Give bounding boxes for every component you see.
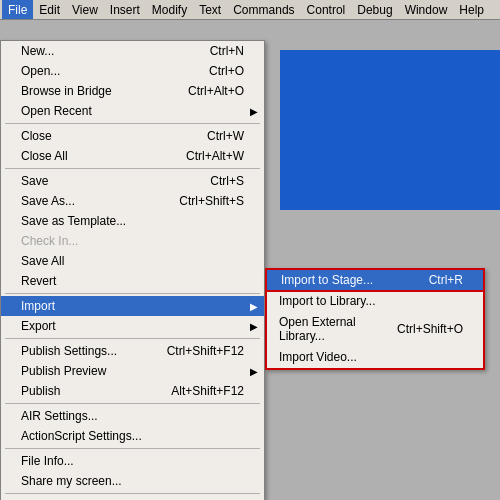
menubar-debug[interactable]: Debug (351, 0, 398, 19)
menu-item-publish[interactable]: Publish Alt+Shift+F12 (1, 381, 264, 401)
menu-item-air-settings[interactable]: AIR Settings... (1, 406, 264, 426)
arrow-export-icon: ▶ (250, 321, 258, 332)
menu-item-close-all[interactable]: Close All Ctrl+Alt+W (1, 146, 264, 166)
separator-5 (5, 403, 260, 404)
menubar-modify[interactable]: Modify (146, 0, 193, 19)
menubar-control[interactable]: Control (301, 0, 352, 19)
menubar-text[interactable]: Text (193, 0, 227, 19)
separator-1 (5, 123, 260, 124)
import-submenu: Import to Stage... Ctrl+R Import to Libr… (265, 268, 485, 370)
menu-item-browse-bridge[interactable]: Browse in Bridge Ctrl+Alt+O (1, 81, 264, 101)
separator-4 (5, 338, 260, 339)
separator-7 (5, 493, 260, 494)
menu-item-publish-settings[interactable]: Publish Settings... Ctrl+Shift+F12 (1, 341, 264, 361)
menubar-help[interactable]: Help (453, 0, 490, 19)
separator-6 (5, 448, 260, 449)
menu-item-save-as[interactable]: Save As... Ctrl+Shift+S (1, 191, 264, 211)
menu-item-save-as-template[interactable]: Save as Template... (1, 211, 264, 231)
menubar-insert[interactable]: Insert (104, 0, 146, 19)
menu-item-file-info[interactable]: File Info... (1, 451, 264, 471)
menu-item-share-screen[interactable]: Share my screen... (1, 471, 264, 491)
submenu-item-import-to-library[interactable]: Import to Library... (267, 290, 483, 312)
separator-2 (5, 168, 260, 169)
menu-item-revert[interactable]: Revert (1, 271, 264, 291)
menubar-edit[interactable]: Edit (33, 0, 66, 19)
menu-item-page-setup[interactable]: Page Setup... (1, 496, 264, 500)
menubar-commands[interactable]: Commands (227, 0, 300, 19)
bg-decoration (280, 50, 500, 210)
menu-item-actionscript-settings[interactable]: ActionScript Settings... (1, 426, 264, 446)
arrow-icon: ▶ (250, 106, 258, 117)
menu-item-export[interactable]: Export ▶ (1, 316, 264, 336)
menubar-window[interactable]: Window (399, 0, 454, 19)
menu-item-check-in[interactable]: Check In... (1, 231, 264, 251)
menubar-file[interactable]: File (2, 0, 33, 19)
submenu-item-import-video[interactable]: Import Video... (267, 346, 483, 368)
menu-item-close[interactable]: Close Ctrl+W (1, 126, 264, 146)
separator-3 (5, 293, 260, 294)
menubar: File Edit View Insert Modify Text Comman… (0, 0, 500, 20)
submenu-item-import-to-stage[interactable]: Import to Stage... Ctrl+R (265, 268, 485, 292)
file-dropdown-menu: New... Ctrl+N Open... Ctrl+O Browse in B… (0, 40, 265, 500)
menu-item-save[interactable]: Save Ctrl+S (1, 171, 264, 191)
menu-item-save-all[interactable]: Save All (1, 251, 264, 271)
arrow-import-icon: ▶ (250, 301, 258, 312)
background-area: New... Ctrl+N Open... Ctrl+O Browse in B… (0, 20, 500, 500)
arrow-publish-preview-icon: ▶ (250, 366, 258, 377)
menu-item-new[interactable]: New... Ctrl+N (1, 41, 264, 61)
menubar-view[interactable]: View (66, 0, 104, 19)
menu-item-open-recent[interactable]: Open Recent ▶ (1, 101, 264, 121)
menu-item-import[interactable]: Import ▶ (1, 296, 264, 316)
submenu-item-open-external-library[interactable]: Open External Library... Ctrl+Shift+O (267, 312, 483, 346)
menu-item-open[interactable]: Open... Ctrl+O (1, 61, 264, 81)
menu-item-publish-preview[interactable]: Publish Preview ▶ (1, 361, 264, 381)
